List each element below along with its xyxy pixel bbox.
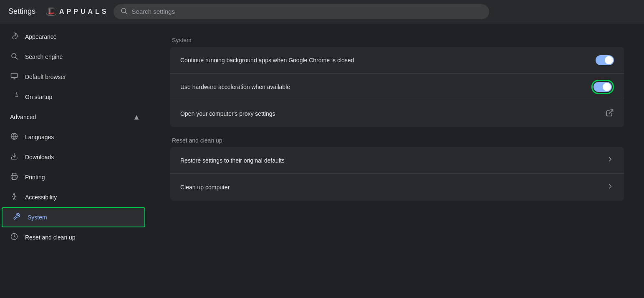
sidebar-item-label-languages: Languages <box>25 134 54 140</box>
cleanup-chevron-icon <box>606 183 614 192</box>
sidebar-item-label-appearance: Appearance <box>25 33 57 40</box>
sidebar-item-accessibility[interactable]: Accessibility <box>0 187 147 207</box>
advanced-section-title: Advanced <box>10 114 36 120</box>
toggle-track-hw <box>593 82 612 92</box>
hardware-acceleration-row: Use hardware acceleration when available <box>170 74 624 100</box>
logo-area: 🎩 A P P U A L S <box>45 6 106 17</box>
proxy-settings-row[interactable]: Open your computer's proxy settings <box>170 100 624 127</box>
search-engine-icon <box>10 52 18 62</box>
appearance-icon <box>10 32 18 42</box>
sidebar-item-label-downloads: Downloads <box>25 154 54 160</box>
main-layout: Appearance Search engine Default brow <box>0 23 644 298</box>
svg-rect-10 <box>13 177 16 179</box>
languages-icon <box>10 132 18 142</box>
background-apps-toggle[interactable] <box>596 55 614 65</box>
toggle-thumb-hw <box>603 83 611 91</box>
system-icon <box>13 213 21 222</box>
search-icon <box>120 7 128 16</box>
downloads-icon <box>10 153 18 162</box>
logo-icon: 🎩 <box>45 6 57 17</box>
default-browser-icon <box>10 72 18 82</box>
sidebar: Appearance Search engine Default brow <box>0 23 150 298</box>
hardware-acceleration-toggle[interactable] <box>593 82 612 92</box>
sidebar-item-search-engine[interactable]: Search engine <box>0 47 147 67</box>
svg-line-3 <box>15 57 17 59</box>
sidebar-item-printing[interactable]: Printing <box>0 167 147 187</box>
system-card: Continue running background apps when Go… <box>170 47 624 127</box>
on-startup-icon <box>10 92 18 102</box>
sidebar-item-label-reset: Reset and clean up <box>25 234 76 241</box>
svg-line-1 <box>125 12 127 14</box>
external-link-icon <box>606 109 614 119</box>
accessibility-icon <box>10 193 18 202</box>
content-area: System Continue running background apps … <box>150 23 644 298</box>
svg-line-13 <box>609 110 613 113</box>
svg-rect-4 <box>11 73 18 78</box>
restore-defaults-row[interactable]: Restore settings to their original defau… <box>170 147 624 174</box>
logo-text: A P P U A L S <box>59 8 106 15</box>
sidebar-item-label-default-browser: Default browser <box>25 74 66 80</box>
sidebar-item-appearance[interactable]: Appearance <box>0 27 147 47</box>
toggle-thumb-background <box>605 56 613 64</box>
clean-up-computer-row[interactable]: Clean up computer <box>170 174 624 201</box>
sidebar-section-advanced[interactable]: Advanced ▲ <box>0 107 150 127</box>
sidebar-item-reset-clean-up[interactable]: Reset and clean up <box>0 227 147 247</box>
system-section-title: System <box>170 37 624 43</box>
sidebar-item-label-on-startup: On startup <box>25 94 52 100</box>
reset-card: Restore settings to their original defau… <box>170 147 624 201</box>
sidebar-item-label-printing: Printing <box>25 174 45 181</box>
reset-section-title: Reset and clean up <box>170 137 624 144</box>
background-apps-label: Continue running background apps when Go… <box>180 57 596 64</box>
settings-title: Settings <box>8 7 35 16</box>
sidebar-item-label-accessibility: Accessibility <box>25 194 57 201</box>
sidebar-item-languages[interactable]: Languages <box>0 127 147 147</box>
toggle-track-background <box>596 55 614 65</box>
restore-defaults-label: Restore settings to their original defau… <box>180 157 606 164</box>
sidebar-item-on-startup[interactable]: On startup <box>0 87 147 107</box>
printing-icon <box>10 173 18 182</box>
reset-icon <box>10 233 18 242</box>
hardware-acceleration-label: Use hardware acceleration when available <box>180 84 591 90</box>
sidebar-item-system[interactable]: System <box>2 207 145 227</box>
hardware-acceleration-toggle-wrapper[interactable] <box>591 80 614 94</box>
sidebar-item-downloads[interactable]: Downloads <box>0 147 147 167</box>
sidebar-item-label-search-engine: Search engine <box>25 53 63 60</box>
search-input[interactable] <box>132 8 482 15</box>
sidebar-item-label-system: System <box>28 214 47 221</box>
sidebar-item-default-browser[interactable]: Default browser <box>0 67 147 87</box>
topbar: Settings 🎩 A P P U A L S <box>0 0 644 23</box>
advanced-chevron-icon: ▲ <box>133 113 140 122</box>
clean-up-computer-label: Clean up computer <box>180 184 606 191</box>
background-apps-row: Continue running background apps when Go… <box>170 47 624 74</box>
restore-chevron-icon <box>606 155 614 165</box>
proxy-settings-label: Open your computer's proxy settings <box>180 110 606 117</box>
search-bar[interactable] <box>114 4 489 19</box>
